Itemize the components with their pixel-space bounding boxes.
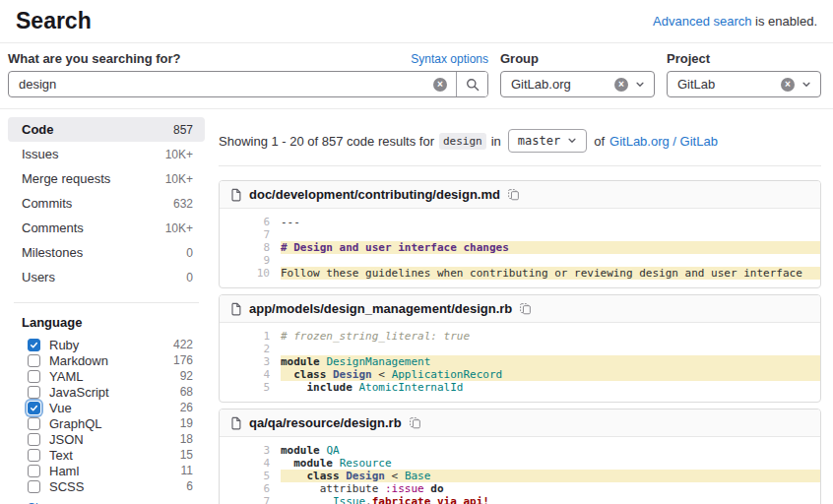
language-checkbox[interactable] bbox=[28, 370, 40, 383]
language-filter-row[interactable]: Haml 11 bbox=[8, 463, 205, 478]
line-number-link[interactable]: 1 bbox=[220, 330, 281, 343]
copy-path-button[interactable] bbox=[409, 416, 421, 429]
search-input[interactable] bbox=[9, 77, 433, 92]
language-checkbox[interactable] bbox=[28, 386, 40, 399]
advanced-search-suffix: is enabled. bbox=[752, 14, 818, 29]
code-token: AtomicInternalId bbox=[358, 381, 463, 394]
code-token: QA bbox=[326, 444, 339, 457]
project-clear-icon[interactable]: × bbox=[781, 78, 795, 92]
language-checkbox[interactable] bbox=[28, 354, 40, 367]
line-number-link[interactable]: 6 bbox=[220, 482, 281, 495]
code-line: 10 Follow these guidelines when contribu… bbox=[220, 267, 820, 280]
code-snippet: 1 # frozen_string_literal: true 2 3 modu… bbox=[220, 323, 820, 402]
language-checkbox[interactable] bbox=[28, 433, 40, 446]
copy-path-button[interactable] bbox=[507, 188, 520, 201]
line-number-link[interactable]: 9 bbox=[220, 254, 281, 267]
line-number-link[interactable]: 10 bbox=[220, 267, 281, 280]
file-card-header: doc/development/contributing/design.md bbox=[220, 181, 820, 209]
sidebar-scope-item[interactable]: Users 0 bbox=[8, 265, 205, 289]
sidebar-scope-item[interactable]: Issues 10K+ bbox=[8, 142, 205, 166]
line-number-link[interactable]: 7 bbox=[220, 495, 281, 504]
line-number-link[interactable]: 5 bbox=[220, 381, 281, 394]
code-token: fabricate_via_api! bbox=[372, 495, 489, 504]
sidebar-scope-item[interactable]: Commits 632 bbox=[8, 191, 205, 216]
group-clear-icon[interactable]: × bbox=[614, 78, 628, 92]
language-checkbox[interactable] bbox=[28, 417, 40, 430]
line-content: Issue.fabricate_via_api! bbox=[281, 495, 820, 504]
language-filter-row[interactable]: Ruby 422 bbox=[8, 337, 205, 352]
advanced-search-link[interactable]: Advanced search bbox=[653, 14, 751, 29]
line-number-link[interactable]: 3 bbox=[220, 444, 281, 457]
copy-path-button[interactable] bbox=[519, 302, 532, 315]
language-checkbox[interactable] bbox=[28, 339, 40, 351]
line-number-link[interactable]: 5 bbox=[220, 470, 281, 482]
checkbox-check-icon bbox=[30, 404, 38, 412]
language-filter-row[interactable]: JavaScript 68 bbox=[8, 384, 205, 400]
sidebar-scope-item[interactable]: Milestones 0 bbox=[8, 240, 205, 265]
syntax-options-link[interactable]: Syntax options bbox=[411, 52, 488, 66]
sidebar-scope-item[interactable]: Merge requests 10K+ bbox=[8, 166, 205, 191]
language-checkbox[interactable] bbox=[28, 449, 40, 462]
language-filter-row[interactable]: YAML 92 bbox=[8, 368, 205, 384]
line-content bbox=[281, 343, 820, 355]
language-label: Vue bbox=[49, 401, 72, 415]
page-header: Search Advanced search is enabled. bbox=[0, 0, 833, 43]
language-filter-row[interactable]: JSON 18 bbox=[8, 431, 205, 447]
code-token bbox=[281, 368, 293, 381]
code-token: Issue bbox=[333, 495, 365, 504]
project-breadcrumb-link[interactable]: GitLab.org / GitLab bbox=[609, 134, 718, 149]
project-select[interactable]: GitLab × bbox=[667, 71, 821, 97]
code-snippet: 6 --- 7 8 # Design and user interface ch… bbox=[220, 209, 820, 287]
search-submit-button[interactable] bbox=[456, 72, 487, 96]
code-line: 3 module QA bbox=[220, 444, 820, 457]
search-column: What are you searching for? Syntax optio… bbox=[8, 51, 488, 97]
line-number-link[interactable]: 8 bbox=[220, 241, 281, 254]
checkbox-check-icon bbox=[30, 341, 38, 349]
project-column: Project GitLab × bbox=[667, 51, 821, 97]
line-number-link[interactable]: 4 bbox=[220, 368, 281, 381]
scope-count-badge: 0 bbox=[186, 246, 193, 260]
file-icon bbox=[229, 416, 242, 430]
language-count: 18 bbox=[180, 432, 193, 446]
scope-list: Code 857 Issues 10K+ Merge requests 10K+… bbox=[8, 117, 205, 289]
language-filter-row[interactable]: GraphQL 19 bbox=[8, 415, 205, 431]
language-checkbox[interactable] bbox=[28, 402, 40, 414]
line-number-link[interactable]: 7 bbox=[220, 228, 281, 241]
line-content: attribute :issue do bbox=[281, 482, 820, 495]
scope-label: Code bbox=[22, 122, 54, 137]
line-number-link[interactable]: 6 bbox=[220, 216, 281, 228]
code-token bbox=[281, 457, 293, 470]
main: Code 857 Issues 10K+ Merge requests 10K+… bbox=[0, 109, 833, 504]
language-filter-row[interactable]: Markdown 176 bbox=[8, 352, 205, 368]
code-token: Design bbox=[346, 470, 385, 482]
summary-in: in bbox=[491, 134, 501, 149]
results-panel: Showing 1 - 20 of 857 code results for d… bbox=[219, 117, 821, 504]
language-checkbox[interactable] bbox=[28, 465, 40, 477]
file-path-link[interactable]: qa/qa/resource/design.rb bbox=[249, 415, 402, 430]
code-token: class bbox=[293, 368, 326, 381]
scope-count-badge: 10K+ bbox=[165, 221, 193, 235]
branch-dropdown[interactable]: master bbox=[508, 129, 587, 153]
result-file-card: doc/development/contributing/design.md 6… bbox=[219, 180, 821, 288]
code-line: 6 attribute :issue do bbox=[220, 482, 820, 495]
language-checkbox[interactable] bbox=[28, 480, 40, 493]
file-path-link[interactable]: app/models/design_management/design.rb bbox=[249, 301, 512, 316]
group-select[interactable]: GitLab.org × bbox=[500, 71, 655, 97]
scope-label: Merge requests bbox=[22, 171, 110, 186]
file-path-link[interactable]: doc/development/contributing/design.md bbox=[249, 187, 500, 202]
page-title: Search bbox=[16, 8, 92, 34]
code-token: module bbox=[281, 444, 320, 457]
language-filter-row[interactable]: Vue 26 bbox=[8, 400, 205, 415]
language-list: Ruby 422 Markdown 176 YAML 92 JavaScript… bbox=[8, 337, 205, 494]
line-number-link[interactable]: 3 bbox=[220, 355, 281, 368]
chevron-down-icon bbox=[635, 80, 645, 90]
line-number-link[interactable]: 4 bbox=[220, 457, 281, 470]
group-label: Group bbox=[500, 51, 539, 66]
line-number-link[interactable]: 2 bbox=[220, 343, 281, 355]
language-filter-row[interactable]: SCSS 6 bbox=[8, 478, 205, 494]
clear-icon[interactable]: × bbox=[433, 78, 447, 92]
sidebar-scope-item[interactable]: Code 857 bbox=[8, 117, 205, 142]
sidebar-scope-item[interactable]: Comments 10K+ bbox=[8, 216, 205, 240]
code-token: < bbox=[385, 470, 405, 482]
language-filter-row[interactable]: Text 15 bbox=[8, 447, 205, 463]
